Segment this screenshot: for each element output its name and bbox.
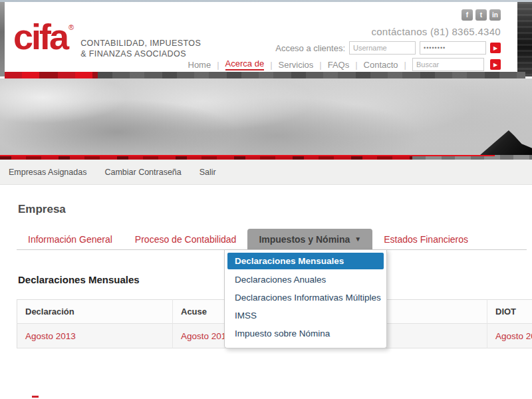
tab-informacion-general[interactable]: Información General: [17, 229, 124, 249]
link-declaracion-agosto-2013[interactable]: Agosto 2013: [25, 331, 76, 341]
registered-mark: ®: [68, 23, 74, 31]
login-label: Acceso a clientes:: [275, 43, 345, 53]
nav-item-contacto[interactable]: Contacto: [364, 60, 398, 70]
subnav-cambiar-contrasena[interactable]: Cambiar Contraseña: [104, 168, 181, 177]
nav-separator: |: [355, 60, 357, 70]
username-input[interactable]: [349, 41, 416, 55]
tab-estados-financieros[interactable]: Estados Financieros: [372, 229, 479, 249]
linkedin-icon[interactable]: in: [489, 9, 501, 21]
chevron-down-icon: ▼: [354, 235, 361, 243]
menu-item-declaraciones-informativas-multiples[interactable]: Declaraciones Informativas Múltiples: [225, 289, 386, 307]
link-diot-agosto-2013[interactable]: Agosto 2013: [495, 331, 532, 341]
social-links: f t in: [462, 9, 501, 21]
cifa-logo[interactable]: cifa ® CONTABILIDAD, IMPUESTOS & FINANZA…: [13, 17, 201, 59]
subnav-empresas-asignadas[interactable]: Empresas Asignadas: [9, 168, 86, 177]
nav-separator: |: [319, 60, 321, 70]
nav-separator: |: [217, 60, 219, 70]
menu-item-imss[interactable]: IMSS: [225, 307, 386, 325]
empresa-tabs: Información General Proceso de Contabili…: [17, 229, 527, 250]
column-header-diot: DIOT: [487, 299, 532, 324]
logo-tagline: CONTABILIDAD, IMPUESTOS & FINANZAS ASOCI…: [80, 38, 201, 59]
subnav-salir[interactable]: Salir: [200, 168, 216, 177]
site-header: cifa ® CONTABILIDAD, IMPUESTOS & FINANZA…: [5, 2, 517, 72]
nav-item-home[interactable]: Home: [188, 60, 211, 70]
search-submit-button[interactable]: ▶: [490, 59, 501, 70]
nav-separator: |: [404, 60, 406, 70]
hero-clouds-image: [0, 78, 532, 155]
nav-item-faqs[interactable]: FAQs: [328, 60, 350, 70]
contact-phone: contáctanos (81) 8365.4340: [371, 26, 501, 37]
menu-item-declaraciones-mensuales[interactable]: Declaraciones Mensuales: [227, 253, 384, 269]
nav-item-acerca-de[interactable]: Acerca de: [225, 59, 265, 70]
login-submit-button[interactable]: ▶: [490, 43, 501, 53]
tab-impuestos-y-nomina[interactable]: Impuestos y Nómina ▼: [247, 229, 372, 249]
menu-item-declaraciones-anuales[interactable]: Declaraciones Anuales: [225, 271, 386, 289]
facebook-icon[interactable]: f: [462, 9, 473, 21]
client-subnav: Empresas Asignadas Cambiar Contraseña Sa…: [0, 160, 532, 185]
background-photo-right: [517, 2, 532, 76]
nav-item-servicios[interactable]: Servicios: [279, 60, 314, 70]
search-input[interactable]: [412, 58, 484, 71]
password-input[interactable]: [420, 41, 486, 55]
logo-wordmark: cifa: [13, 17, 67, 57]
menu-item-impuesto-sobre-nomina[interactable]: Impuesto sobre Nómina: [225, 325, 386, 342]
section-title: Declaraciones Mensuales: [18, 274, 140, 285]
twitter-icon[interactable]: t: [475, 9, 487, 21]
page: cifa ® CONTABILIDAD, IMPUESTOS & FINANZA…: [0, 0, 532, 399]
nav-separator: |: [270, 60, 272, 70]
impuestos-dropdown-menu: Declaraciones Mensuales Declaraciones An…: [224, 249, 387, 348]
cutoff-red-text-fragment: [32, 396, 39, 398]
main-navigation: Home | Acerca de | Servicios | FAQs | Co…: [188, 58, 501, 71]
client-login: Acceso a clientes: ▶: [275, 41, 501, 55]
background-left-strip: [0, 2, 5, 76]
red-mosaic-stripe: [0, 155, 532, 160]
header-mosaic-bar: [5, 72, 525, 78]
page-title: Empresa: [18, 203, 66, 216]
column-header-declaracion: Declaración: [17, 299, 173, 324]
tab-proceso-de-contabilidad[interactable]: Proceso de Contabilidad: [124, 229, 248, 249]
